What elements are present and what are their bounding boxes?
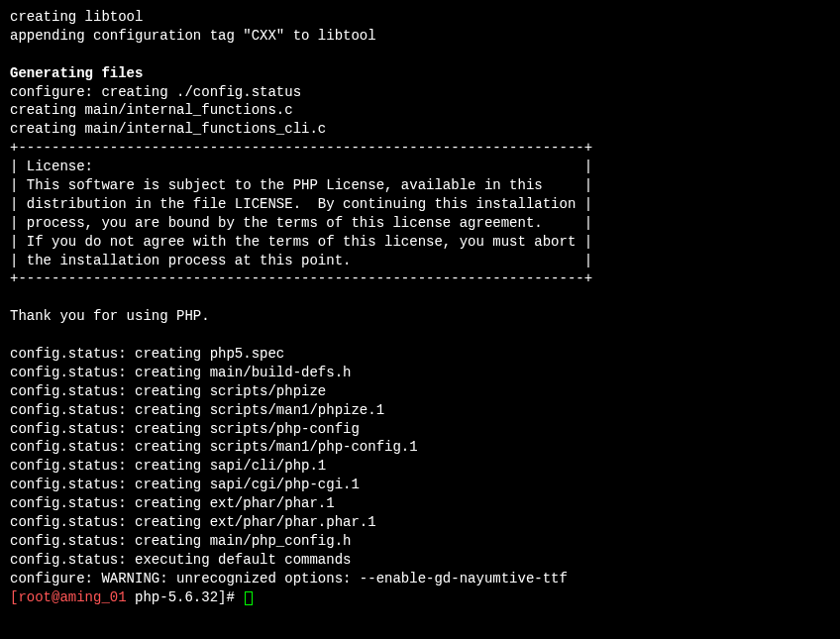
output-line: config.status: creating main/build-defs.…	[10, 364, 830, 382]
blank-line	[10, 288, 830, 307]
license-border: +---------------------------------------…	[10, 139, 830, 158]
section-heading: Generating files	[10, 64, 830, 83]
output-line: configure: WARNING: unrecognized options…	[10, 570, 830, 588]
prompt-cwd: php-5.6.32]#	[135, 589, 243, 605]
output-line: creating libtool	[10, 8, 830, 27]
output-line: creating main/internal_functions_cli.c	[10, 120, 830, 139]
output-line: config.status: creating scripts/man1/php…	[10, 401, 830, 420]
output-line: config.status: creating ext/phar/phar.1	[10, 494, 830, 513]
output-line: config.status: creating scripts/man1/php…	[10, 438, 830, 457]
output-line: config.status: creating main/php_config.…	[10, 532, 830, 551]
output-line: config.status: creating sapi/cgi/php-cgi…	[10, 476, 830, 494]
output-line: config.status: creating scripts/php-conf…	[10, 420, 830, 439]
blank-line	[10, 46, 830, 64]
output-line: config.status: executing default command…	[10, 551, 830, 570]
output-line: configure: creating ./config.status	[10, 83, 830, 102]
license-border: +---------------------------------------…	[10, 269, 830, 288]
output-line: config.status: creating php5.spec	[10, 345, 830, 364]
prompt-user-host: [root@aming_01	[10, 589, 135, 605]
output-line: config.status: creating ext/phar/phar.ph…	[10, 513, 830, 532]
cursor-icon	[245, 591, 253, 605]
license-line: | This software is subject to the PHP Li…	[10, 176, 830, 195]
output-line: config.status: creating sapi/cli/php.1	[10, 457, 830, 476]
license-line: | distribution in the file LICENSE. By c…	[10, 195, 830, 214]
terminal-output[interactable]: creating libtool appending configuration…	[10, 8, 830, 607]
license-line: | process, you are bound by the terms of…	[10, 214, 830, 233]
output-line: Thank you for using PHP.	[10, 307, 830, 326]
prompt-line[interactable]: [root@aming_01 php-5.6.32]#	[10, 588, 830, 607]
output-line: appending configuration tag "CXX" to lib…	[10, 27, 830, 46]
output-line: config.status: creating scripts/phpize	[10, 382, 830, 401]
blank-line	[10, 326, 830, 345]
output-line: creating main/internal_functions.c	[10, 101, 830, 120]
license-line: | the installation process at this point…	[10, 252, 830, 270]
license-line: | License: |	[10, 158, 830, 176]
license-line: | If you do not agree with the terms of …	[10, 233, 830, 252]
